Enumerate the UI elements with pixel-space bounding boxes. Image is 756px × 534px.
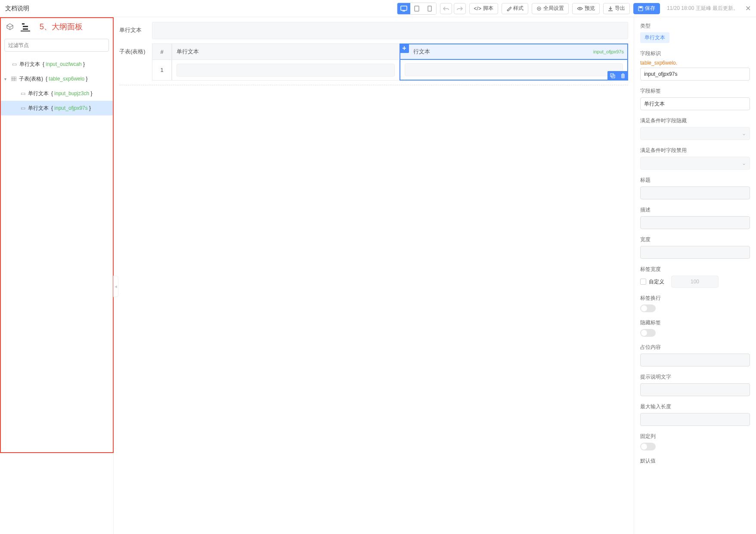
preview-label: 预览	[585, 5, 595, 12]
th-col-1[interactable]: 单行文本	[172, 43, 400, 60]
th-col-2-label: 行文本	[413, 48, 430, 56]
maxlen-input[interactable]	[640, 413, 750, 426]
title-input[interactable]	[640, 186, 750, 199]
svg-point-5	[538, 8, 539, 9]
disable-cond-select[interactable]: ⌄	[640, 157, 750, 170]
hide-cond-select[interactable]: ⌄	[640, 127, 750, 140]
label-width-number[interactable]: 100	[671, 276, 719, 288]
width-input[interactable]	[640, 246, 750, 259]
export-label: 导出	[615, 5, 625, 12]
tree-item-input-bupjz3ch[interactable]: ▭ 单行文本 { input_bupjz3ch }	[0, 86, 113, 101]
desktop-icon	[400, 6, 407, 12]
tree-item-input-ofjpx97s[interactable]: ▭ 单行文本 { input_ofjpx97s }	[0, 101, 113, 115]
delete-cell-button[interactable]	[618, 71, 628, 81]
redo-button[interactable]	[454, 3, 466, 14]
field-tag-input[interactable]	[640, 97, 750, 110]
svg-rect-3	[428, 6, 431, 11]
hint-input[interactable]	[640, 383, 750, 396]
history-group	[440, 3, 466, 14]
prop-label-width: 标签宽度 自定义 100	[640, 266, 750, 288]
device-tablet[interactable]	[410, 3, 423, 14]
disable-cond-label: 满足条件时字段禁用	[640, 147, 750, 154]
close-button[interactable]: ✕	[745, 4, 751, 12]
code-icon: </>	[474, 6, 481, 12]
tablet-icon	[414, 6, 419, 12]
gear-icon	[536, 6, 542, 11]
label-wrap-label: 标签换行	[640, 295, 750, 302]
global-label: 全局设置	[543, 5, 564, 12]
dashed-separator	[119, 85, 628, 85]
global-settings-button[interactable]: 全局设置	[532, 3, 569, 14]
doc-title: 文档说明	[5, 5, 397, 12]
prop-desc: 描述	[640, 206, 750, 229]
add-column-badge[interactable]: +	[400, 43, 409, 53]
preview-button[interactable]: 预览	[572, 3, 600, 14]
svg-rect-9	[22, 23, 25, 25]
top-field-input[interactable]	[152, 22, 628, 39]
hide-label-label: 隐藏标签	[640, 319, 750, 326]
prop-type: 类型 单行文本	[640, 22, 750, 43]
tree-item-id: { input_ouzfwcah }	[43, 61, 85, 67]
hide-label-toggle[interactable]	[640, 329, 656, 337]
svg-point-6	[579, 8, 580, 9]
filter-nodes-input[interactable]	[4, 39, 109, 52]
prop-label-wrap: 标签换行	[640, 295, 750, 312]
type-tag: 单行文本	[640, 32, 669, 43]
td-col-2-selected[interactable]	[400, 60, 628, 81]
placeholder-label: 占位内容	[640, 344, 750, 351]
custom-width-row: 自定义 100	[640, 276, 750, 288]
prop-fixed-col: 固定列	[640, 433, 750, 450]
prop-width: 宽度	[640, 236, 750, 259]
script-button[interactable]: </> 脚本	[469, 3, 498, 14]
field-id-input[interactable]	[640, 68, 750, 81]
fixed-col-label: 固定列	[640, 433, 750, 440]
style-button[interactable]: 样式	[502, 3, 528, 14]
collapse-left-panel[interactable]: ◂	[113, 276, 118, 297]
device-mobile[interactable]	[423, 3, 436, 14]
script-label: 脚本	[483, 5, 493, 12]
tree-item-input-ouzfwcah[interactable]: ▭ 单行文本 { input_ouzfwcah }	[0, 57, 113, 71]
save-button[interactable]: 保存	[633, 3, 660, 14]
desc-input[interactable]	[640, 216, 750, 229]
subtable-row: 子表(表格) # 单行文本 + 行文本 input_ofjpx97s 1	[119, 43, 628, 81]
device-switcher	[397, 3, 437, 15]
chevron-down-icon: ⌄	[742, 160, 746, 166]
filter-wrap	[0, 36, 113, 54]
outline-tree: ▭ 单行文本 { input_ouzfwcah } ▾ 子表(表格) { tab…	[0, 54, 113, 118]
placeholder-input[interactable]	[640, 354, 750, 366]
undo-button[interactable]	[440, 3, 452, 14]
components-tab[interactable]	[5, 22, 15, 31]
brush-icon	[506, 6, 511, 11]
collapse-right-panel[interactable]: ▸	[634, 276, 634, 297]
title-label: 标题	[640, 177, 750, 184]
outline-tab[interactable]	[21, 22, 30, 31]
field-tag-label: 字段标签	[640, 87, 750, 95]
td-col-1[interactable]	[172, 60, 400, 81]
svg-rect-0	[401, 6, 407, 10]
hint-label: 提示说明文字	[640, 373, 750, 381]
main-layout: 5、大纲面板 ▭ 单行文本 { input_ouzfwcah } ▾ 子表(表格…	[0, 17, 756, 534]
fixed-col-toggle[interactable]	[640, 443, 656, 450]
desc-label: 描述	[640, 206, 750, 214]
field-id-prefix: table_sxp6welo.	[640, 60, 750, 66]
tree-item-table-sxp6welo[interactable]: ▾ 子表(表格) { table_sxp6welo }	[0, 71, 113, 86]
th-col-2-selected[interactable]: + 行文本 input_ofjpx97s	[400, 43, 628, 60]
device-desktop[interactable]	[397, 3, 410, 14]
field-icon: ▭	[21, 90, 25, 96]
prop-type-label: 类型	[640, 22, 750, 30]
canvas[interactable]: 单行文本 子表(表格) # 单行文本 + 行文本 input_ofjpx97s	[114, 17, 634, 534]
copy-cell-button[interactable]	[607, 71, 618, 81]
prop-title: 标题	[640, 177, 750, 199]
label-wrap-toggle[interactable]	[640, 304, 656, 312]
cell-input-1[interactable]	[177, 64, 395, 77]
export-button[interactable]: 导出	[603, 3, 630, 14]
download-icon	[608, 6, 613, 11]
left-panel-tabs: 5、大纲面板	[0, 17, 113, 36]
hide-cond-label: 满足条件时字段隐藏	[640, 117, 750, 124]
prop-hide-label: 隐藏标签	[640, 319, 750, 337]
tree-item-label: 单行文本	[28, 105, 49, 112]
custom-checkbox[interactable]	[640, 279, 646, 285]
top-field-label: 单行文本	[119, 22, 152, 34]
properties-panel: ▸ 类型 单行文本 字段标识 table_sxp6welo. 字段标签 满足条件…	[634, 17, 756, 534]
cell-input-2[interactable]	[405, 63, 623, 76]
